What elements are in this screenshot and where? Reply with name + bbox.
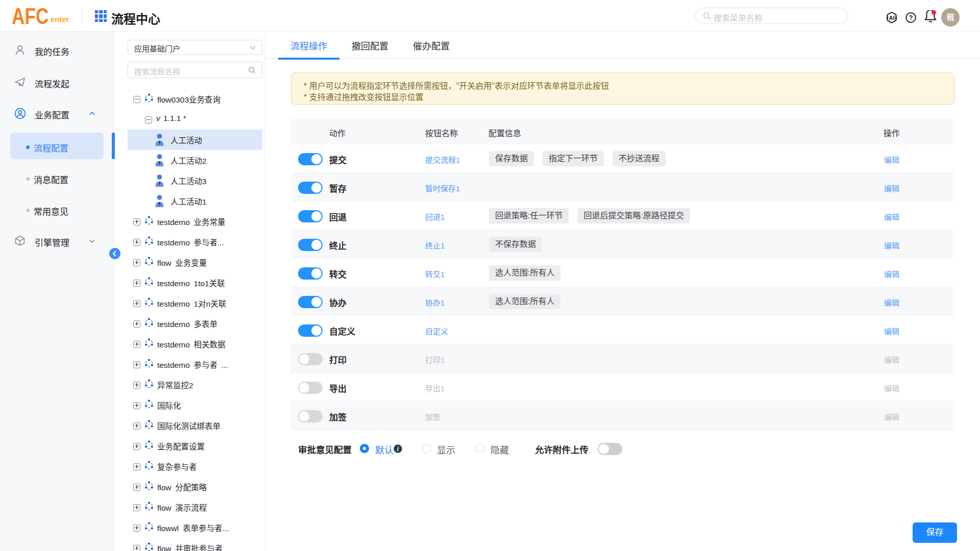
svg-text:?: ?	[909, 14, 913, 21]
svg-text:AI: AI	[889, 15, 895, 21]
